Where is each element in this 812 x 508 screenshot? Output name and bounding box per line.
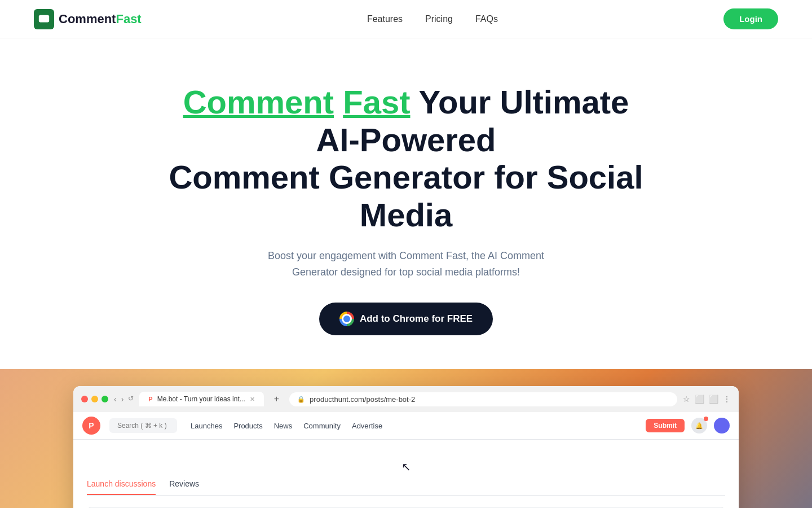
extension-icon[interactable]: ⬜: [695, 395, 704, 404]
browser-dots: [81, 396, 108, 402]
nav-features[interactable]: Features: [367, 14, 403, 24]
ph-user-avatar[interactable]: [714, 418, 730, 433]
ph-nav-news[interactable]: News: [274, 422, 293, 430]
hero-title-comment: Comment: [183, 84, 334, 120]
browser-section: ‹ › ↺ P Me.bot - Turn your ideas int... …: [0, 369, 812, 508]
navbar: CommentFast Features Pricing FAQs Login: [0, 0, 812, 38]
ph-nav: P Launches Products News Community Adver…: [73, 412, 739, 440]
reload-icon: ↺: [128, 395, 134, 404]
login-button[interactable]: Login: [723, 8, 778, 29]
hero-title-fast: Fast: [343, 84, 410, 120]
hero-title: Comment Fast Your Ultimate AI-PoweredCom…: [164, 84, 648, 234]
nav-faqs[interactable]: FAQs: [475, 14, 498, 24]
ph-content: ↖ Launch discussions Reviews What do you…: [73, 440, 739, 508]
menu-icon[interactable]: ⋮: [723, 395, 731, 404]
tab-ph-icon: P: [148, 396, 152, 402]
tab-add-icon[interactable]: +: [270, 392, 284, 406]
logo-svg: [38, 13, 50, 25]
back-arrow-icon: ‹: [114, 395, 117, 404]
hero-subtitle: Boost your engagement with Comment Fast,…: [164, 248, 648, 281]
browser-tab-title: Me.bot - Turn your ideas int...: [157, 395, 245, 403]
ph-nav-community[interactable]: Community: [303, 422, 341, 430]
browser-bar: ‹ › ↺ P Me.bot - Turn your ideas int... …: [73, 386, 739, 412]
ph-logo-icon: P: [82, 417, 100, 435]
logo-link[interactable]: CommentFast: [34, 9, 142, 29]
cursor-pointer-icon: ↖: [401, 460, 411, 474]
dot-green: [102, 396, 108, 402]
chrome-icon: [339, 312, 354, 326]
ph-nav-launches[interactable]: Launches: [191, 422, 222, 430]
ph-right: Submit 🔔: [646, 418, 730, 433]
ph-nav-products[interactable]: Products: [233, 422, 262, 430]
ph-submit-button[interactable]: Submit: [646, 419, 685, 432]
browser-tab[interactable]: P Me.bot - Turn your ideas int... ✕: [139, 392, 263, 406]
lock-icon: 🔒: [297, 396, 305, 403]
ph-tabs: Launch discussions Reviews: [87, 479, 725, 496]
browser-window: ‹ › ↺ P Me.bot - Turn your ideas int... …: [73, 386, 739, 508]
logo-comment: Comment: [59, 12, 116, 26]
browser-outer: ‹ › ↺ P Me.bot - Turn your ideas int... …: [0, 369, 812, 508]
svg-rect-0: [39, 15, 49, 22]
logo-fast: Fast: [116, 12, 141, 26]
forward-arrow-icon: ›: [121, 395, 124, 404]
notification-badge: [704, 417, 708, 421]
ph-tab-reviews[interactable]: Reviews: [169, 479, 199, 495]
hero-section: Comment Fast Your Ultimate AI-PoweredCom…: [152, 38, 660, 369]
dot-yellow: [91, 396, 98, 402]
ph-search-input[interactable]: [109, 418, 177, 433]
browser-bg: ‹ › ↺ P Me.bot - Turn your ideas int... …: [0, 369, 812, 508]
ph-nav-links: Launches Products News Community Adverti…: [191, 422, 382, 430]
dot-red: [81, 396, 88, 402]
star-icon[interactable]: ☆: [683, 395, 690, 404]
ph-tab-launch[interactable]: Launch discussions: [87, 479, 156, 495]
ph-nav-advertise[interactable]: Advertise: [352, 422, 382, 430]
logo-icon: [34, 9, 54, 29]
ph-notification-icon[interactable]: 🔔: [691, 418, 707, 433]
cursor-area: ↖: [87, 449, 725, 479]
browser-nav-arrows: ‹ › ↺: [114, 395, 134, 404]
inner-page: P Launches Products News Community Adver…: [73, 412, 739, 508]
cta-label: Add to Chrome for FREE: [360, 313, 473, 325]
nav-pricing[interactable]: Pricing: [425, 14, 453, 24]
cta-button[interactable]: Add to Chrome for FREE: [319, 303, 493, 335]
nav-links: Features Pricing FAQs: [367, 14, 498, 24]
address-bar[interactable]: 🔒 producthunt.com/posts/me-bot-2: [289, 392, 677, 406]
logo-text: CommentFast: [59, 12, 142, 27]
share-icon[interactable]: ⬜: [709, 395, 718, 404]
address-icons: ☆ ⬜ ⬜ ⋮: [683, 395, 731, 404]
tab-close-icon[interactable]: ✕: [250, 396, 255, 403]
address-text: producthunt.com/posts/me-bot-2: [310, 395, 415, 404]
